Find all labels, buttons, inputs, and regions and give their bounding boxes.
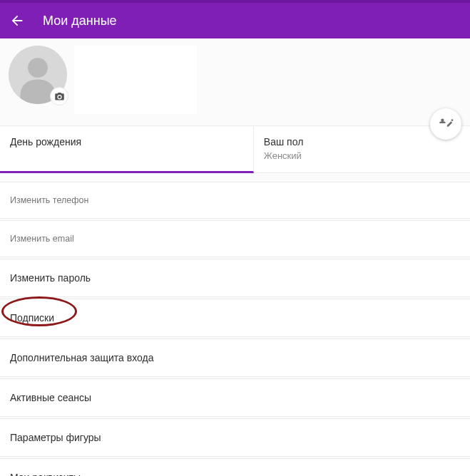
edit-profile-button[interactable]: [430, 108, 461, 140]
birthday-cell[interactable]: День рождения: [0, 126, 254, 173]
list-item-subscriptions[interactable]: Подписки: [0, 299, 470, 337]
list-item-label: Активные сеансы: [10, 392, 91, 403]
list-item-change-phone[interactable]: Изменить телефон: [0, 182, 470, 219]
list-item-label: Изменить пароль: [10, 272, 91, 284]
back-arrow-icon[interactable]: [9, 12, 26, 29]
profile-area: [0, 38, 470, 125]
gender-label: Ваш пол: [264, 136, 460, 148]
gender-value: Женский: [264, 150, 460, 161]
list-item-label: Дополнительная защита входа: [10, 352, 153, 363]
list-item-label: Подписки: [10, 312, 54, 324]
list-item-change-password[interactable]: Изменить пароль: [0, 259, 470, 297]
list-item-active-sessions[interactable]: Активные сеансы: [0, 378, 470, 417]
avatar-container[interactable]: [9, 46, 67, 104]
camera-icon[interactable]: [50, 87, 68, 105]
list-item-my-requisites[interactable]: Мои реквизиты: [0, 458, 470, 476]
list-item-change-email[interactable]: Изменить email: [0, 220, 470, 257]
profile-details-row: День рождения Ваш пол Женский: [0, 125, 470, 173]
settings-list: Изменить телефон Изменить email Изменить…: [0, 182, 470, 476]
list-item-extra-security[interactable]: Дополнительная защита входа: [0, 338, 470, 377]
app-root: Мои данные День рождения Ваш пол Женский…: [0, 0, 470, 476]
list-item-label: Изменить email: [10, 234, 74, 244]
app-header: Мои данные: [0, 3, 470, 38]
list-item-figure-params[interactable]: Параметры фигуры: [0, 418, 470, 457]
profile-name-box: [74, 46, 197, 114]
list-item-label: Изменить телефон: [10, 195, 88, 205]
birthday-label: День рождения: [10, 136, 243, 148]
header-title: Мои данные: [43, 14, 117, 29]
list-item-label: Мои реквизиты: [10, 472, 81, 476]
svg-point-1: [28, 58, 48, 78]
list-item-label: Параметры фигуры: [10, 432, 101, 443]
